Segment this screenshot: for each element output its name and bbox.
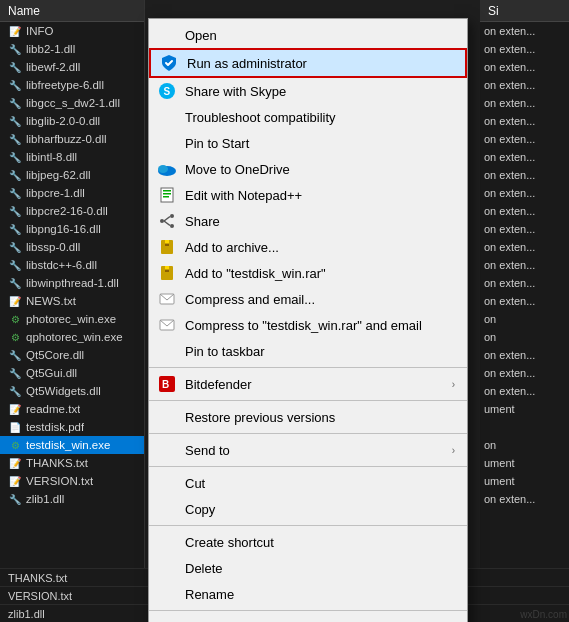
file-item[interactable]: ⚙photorec_win.exe — [0, 310, 144, 328]
none-icon — [157, 407, 177, 427]
file-item[interactable]: 📝readme.txt — [0, 400, 144, 418]
right-items-list: on exten...on exten...on exten...on exte… — [480, 22, 569, 508]
menu-item-archive[interactable]: Add to archive... — [149, 234, 467, 260]
menu-item-create-shortcut[interactable]: Create shortcut — [149, 529, 467, 555]
file-list-panel: Name 📝INFO🔧libb2-1.dll🔧libewf-2.dll🔧libf… — [0, 0, 145, 622]
file-item[interactable]: 🔧libpcre2-16-0.dll — [0, 202, 144, 220]
right-col-item: on exten... — [480, 256, 569, 274]
share-icon — [157, 211, 177, 231]
right-col-item: on exten... — [480, 22, 569, 40]
file-item[interactable]: 📝INFO — [0, 22, 144, 40]
file-item[interactable]: 🔧libharfbuzz-0.dll — [0, 130, 144, 148]
menu-separator — [149, 610, 467, 611]
file-item[interactable]: 🔧libpng16-16.dll — [0, 220, 144, 238]
menu-item-share-skype[interactable]: SShare with Skype — [149, 78, 467, 104]
menu-item-properties[interactable]: Properties — [149, 614, 467, 622]
file-name: readme.txt — [26, 403, 80, 415]
file-item[interactable]: 🔧libfreetype-6.dll — [0, 76, 144, 94]
file-item[interactable]: 🔧zlib1.dll — [0, 490, 144, 508]
menu-item-notepad[interactable]: Edit with Notepad++ — [149, 182, 467, 208]
svg-text:B: B — [162, 379, 169, 390]
menu-item-pin-start[interactable]: Pin to Start — [149, 130, 467, 156]
bottom-file-name: zlib1.dll — [0, 608, 145, 620]
menu-item-bitdefender[interactable]: BBitdefender› — [149, 371, 467, 397]
menu-item-copy[interactable]: Copy — [149, 496, 467, 522]
file-item[interactable]: 📝NEWS.txt — [0, 292, 144, 310]
file-item[interactable]: ⚙qphotorec_win.exe — [0, 328, 144, 346]
menu-item-compress-rar-email[interactable]: Compress to "testdisk_win.rar" and email — [149, 312, 467, 338]
menu-item-rename[interactable]: Rename — [149, 581, 467, 607]
menu-item-restore-prev[interactable]: Restore previous versions — [149, 404, 467, 430]
exe-icon: ⚙ — [8, 312, 22, 326]
menu-item-send-to[interactable]: Send to› — [149, 437, 467, 463]
name-column-header: Name — [8, 4, 40, 18]
file-item[interactable]: 🔧libewf-2.dll — [0, 58, 144, 76]
menu-item-onedrive[interactable]: Move to OneDrive — [149, 156, 467, 182]
none-icon — [157, 440, 177, 460]
menu-item-label: Copy — [185, 502, 455, 517]
menu-item-label: Send to — [185, 443, 452, 458]
txt-icon: 📝 — [8, 24, 22, 38]
file-item[interactable]: 🔧libstdc++-6.dll — [0, 256, 144, 274]
dll-icon: 🔧 — [8, 222, 22, 236]
right-col-item: on exten... — [480, 76, 569, 94]
menu-item-cut[interactable]: Cut — [149, 470, 467, 496]
archive-icon — [157, 237, 177, 257]
file-item[interactable]: 🔧libb2-1.dll — [0, 40, 144, 58]
right-col-item: on — [480, 310, 569, 328]
dll-icon: 🔧 — [8, 60, 22, 74]
menu-item-share[interactable]: Share — [149, 208, 467, 234]
dll-icon: 🔧 — [8, 348, 22, 362]
none-icon — [157, 499, 177, 519]
menu-item-label: Share with Skype — [185, 84, 455, 99]
file-item[interactable]: 🔧libpcre-1.dll — [0, 184, 144, 202]
file-item[interactable]: 🔧libwinpthread-1.dll — [0, 274, 144, 292]
menu-item-pin-taskbar[interactable]: Pin to taskbar — [149, 338, 467, 364]
dll-icon: 🔧 — [8, 186, 22, 200]
file-item[interactable]: 🔧libssp-0.dll — [0, 238, 144, 256]
none-icon — [157, 532, 177, 552]
menu-item-label: Run as administrator — [187, 56, 453, 71]
file-name: NEWS.txt — [26, 295, 76, 307]
file-item[interactable]: 🔧Qt5Gui.dll — [0, 364, 144, 382]
onedrive-icon — [157, 159, 177, 179]
menu-item-delete[interactable]: Delete — [149, 555, 467, 581]
dll-icon: 🔧 — [8, 168, 22, 182]
menu-item-add-rar[interactable]: Add to "testdisk_win.rar" — [149, 260, 467, 286]
right-col-item: on exten... — [480, 346, 569, 364]
email-icon — [157, 289, 177, 309]
dll-icon: 🔧 — [8, 258, 22, 272]
file-item[interactable]: 🔧libglib-2.0-0.dll — [0, 112, 144, 130]
right-col-item: on exten... — [480, 292, 569, 310]
menu-item-label: Share — [185, 214, 455, 229]
dll-icon: 🔧 — [8, 132, 22, 146]
file-item[interactable]: 📝THANKS.txt — [0, 454, 144, 472]
file-item[interactable]: 🔧libjpeg-62.dll — [0, 166, 144, 184]
file-item[interactable]: 🔧Qt5Core.dll — [0, 346, 144, 364]
right-col-item: on exten... — [480, 112, 569, 130]
file-item[interactable]: ⚙testdisk_win.exe — [0, 436, 144, 454]
menu-item-label: Create shortcut — [185, 535, 455, 550]
archive-icon — [157, 263, 177, 283]
dll-icon: 🔧 — [8, 150, 22, 164]
file-item[interactable]: 🔧libgcc_s_dw2-1.dll — [0, 94, 144, 112]
menu-item-label: Open — [185, 28, 455, 43]
menu-item-compress-email[interactable]: Compress and email... — [149, 286, 467, 312]
file-item[interactable]: 📝VERSION.txt — [0, 472, 144, 490]
file-name: photorec_win.exe — [26, 313, 116, 325]
bitdefender-icon: B — [157, 374, 177, 394]
menu-item-run-as-admin[interactable]: Run as administrator — [149, 48, 467, 78]
svg-rect-14 — [165, 240, 169, 243]
file-name: libssp-0.dll — [26, 241, 80, 253]
submenu-arrow: › — [452, 445, 455, 456]
file-item[interactable]: 🔧libintl-8.dll — [0, 148, 144, 166]
file-item[interactable]: 🔧Qt5Widgets.dll — [0, 382, 144, 400]
menu-item-troubleshoot[interactable]: Troubleshoot compatibility — [149, 104, 467, 130]
none-icon — [157, 341, 177, 361]
file-item[interactable]: 📄testdisk.pdf — [0, 418, 144, 436]
menu-separator — [149, 400, 467, 401]
file-name: Qt5Gui.dll — [26, 367, 77, 379]
none-icon — [157, 558, 177, 578]
dll-icon: 🔧 — [8, 240, 22, 254]
menu-item-open[interactable]: Open — [149, 22, 467, 48]
